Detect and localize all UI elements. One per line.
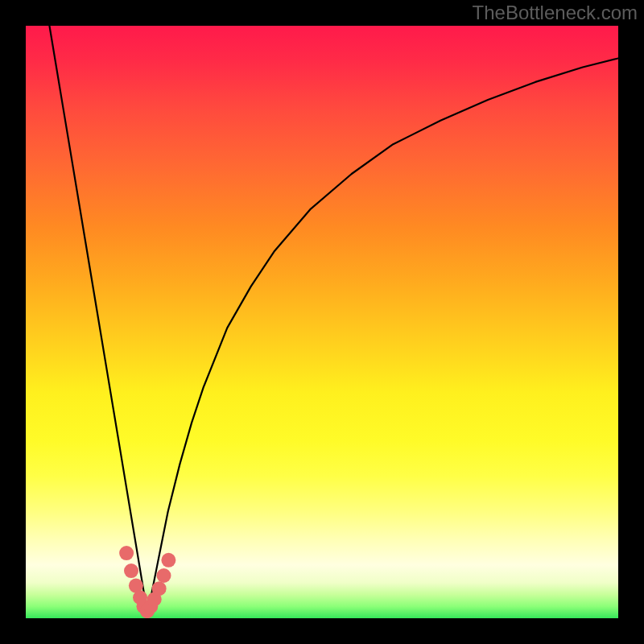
bottleneck-curve xyxy=(49,26,618,613)
trough-dot xyxy=(152,581,167,596)
trough-dot xyxy=(161,553,175,568)
trough-dot xyxy=(124,564,138,578)
outer-frame: TheBottleneck.com xyxy=(0,0,644,644)
trough-dot xyxy=(156,568,171,583)
bottleneck-curve-svg xyxy=(26,26,618,618)
trough-dot xyxy=(119,546,134,560)
trough-dots xyxy=(119,546,175,618)
watermark-text: TheBottleneck.com xyxy=(473,2,638,24)
plot-area xyxy=(26,26,618,618)
